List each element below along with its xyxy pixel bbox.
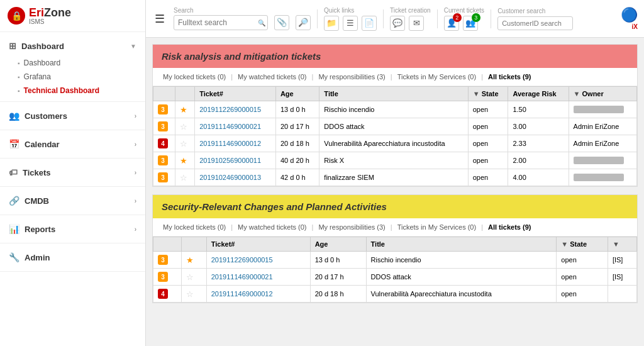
- sec-col-ticket-num: Ticket#: [206, 237, 310, 252]
- cell-age: 20 d 18 h: [275, 135, 319, 152]
- badge-2: 3: [472, 13, 480, 22]
- sec-col-state[interactable]: ▼ State: [557, 237, 608, 252]
- owner-blurred: [574, 157, 624, 164]
- sec-col-extra[interactable]: ▼: [608, 237, 636, 252]
- risk-table: Ticket# Age Title ▼ State Average Risk ▼…: [153, 86, 637, 186]
- hamburger-menu[interactable]: ☰: [152, 9, 167, 28]
- star-icon[interactable]: ☆: [180, 173, 187, 182]
- sidebar-item-technical-dashboard[interactable]: Technical Dashboard: [18, 84, 145, 98]
- sec-cell-star[interactable]: ☆: [182, 269, 206, 286]
- current-tickets-btn-1[interactable]: 👤 2: [444, 16, 459, 31]
- ticket-link[interactable]: 2019102469000013: [199, 174, 261, 181]
- reports-chevron-icon: ›: [135, 226, 136, 233]
- risk-section: Risk analysis and mitigation tickets My …: [152, 44, 638, 187]
- current-tickets-btn-2[interactable]: 👥 3: [463, 16, 478, 31]
- sec-cell-extra: [IS]: [608, 269, 636, 286]
- cell-ticket: 2019102469000013: [195, 169, 276, 186]
- sec-cell-priority: 3: [153, 252, 182, 269]
- quick-links-section: Quick links 📁 ☰ 📄: [324, 7, 377, 31]
- tickets-chevron-icon: ›: [135, 169, 136, 176]
- otiix-logo: 🔵 iX: [621, 7, 638, 30]
- sidebar-item-dashboard[interactable]: Dashboard: [18, 56, 145, 70]
- admin-icon: 🔧: [9, 252, 19, 262]
- star-icon[interactable]: ☆: [180, 139, 187, 148]
- risk-tab-1[interactable]: My watched tickets (0): [234, 72, 310, 82]
- col-age: Age: [275, 87, 319, 101]
- cell-star[interactable]: ★: [175, 152, 195, 169]
- risk-tabs-row: My locked tickets (0) | My watched ticke…: [153, 68, 637, 86]
- zoom-icon-btn[interactable]: 🔎: [296, 15, 311, 30]
- sec-cell-star[interactable]: ☆: [182, 286, 206, 303]
- star-icon[interactable]: ☆: [180, 122, 187, 131]
- folder-icon-btn[interactable]: 📁: [324, 16, 339, 31]
- envelope-icon-btn[interactable]: ✉: [409, 16, 424, 31]
- ticket-link[interactable]: 2019112269000015: [211, 256, 273, 264]
- cell-avg-risk: 2.33: [508, 135, 569, 152]
- risk-tab-4[interactable]: All tickets (9): [484, 72, 535, 82]
- attachment-icon-btn[interactable]: 📎: [274, 15, 289, 30]
- star-icon[interactable]: ★: [186, 255, 194, 265]
- sidebar-admin-group[interactable]: 🔧 Admin: [0, 247, 145, 267]
- cell-owner: Admin EriZone: [569, 135, 636, 152]
- ticket-link[interactable]: 2019112269000015: [199, 106, 261, 113]
- sidebar-tickets-group[interactable]: 🏷 Tickets ›: [0, 162, 145, 182]
- sidebar-calendar-group[interactable]: 📅 Calendar ›: [0, 134, 145, 154]
- search-input[interactable]: [174, 15, 268, 30]
- document-icon-btn[interactable]: 📄: [362, 16, 377, 31]
- ticket-link[interactable]: 2019111469000021: [211, 273, 273, 281]
- logo-name: EriZone: [29, 6, 71, 19]
- risk-tab-0[interactable]: My locked tickets (0): [159, 72, 230, 82]
- col-state[interactable]: ▼ State: [468, 87, 508, 101]
- security-table-row: 3 ★ 2019112269000015 13 d 0 h Rischio in…: [153, 252, 637, 269]
- ticket-link[interactable]: 2019111469000012: [211, 290, 273, 298]
- priority-badge: 3: [158, 255, 168, 265]
- main-area: ☰ Search 🔍 📎 🔎 Quick links 📁 ☰ 📄 Ticket …: [146, 0, 644, 346]
- star-icon[interactable]: ★: [180, 156, 187, 165]
- cell-avg-risk: 4.00: [508, 169, 569, 186]
- risk-table-row: 4 ☆ 2019111469000012 20 d 18 h Vulnerabi…: [153, 135, 637, 152]
- sec-tab-4[interactable]: All tickets (9): [484, 222, 535, 232]
- sidebar-section-dashboard: ⊞ Dashboard ▼ Dashboard Grafana Technica…: [0, 32, 145, 102]
- star-icon[interactable]: ☆: [186, 272, 194, 282]
- star-icon[interactable]: ☆: [186, 289, 194, 299]
- sidebar-customers-group[interactable]: 👥 Customers ›: [0, 106, 145, 126]
- tickets-icon: 🏷: [9, 167, 18, 177]
- cell-star[interactable]: ☆: [175, 135, 195, 152]
- cell-star[interactable]: ☆: [175, 169, 195, 186]
- sec-tab-1[interactable]: My watched tickets (0): [234, 222, 310, 232]
- star-icon[interactable]: ★: [180, 105, 187, 114]
- current-tickets-section: Current tickets 👤 2 👥 3: [444, 7, 484, 31]
- cell-star[interactable]: ★: [175, 101, 195, 118]
- sidebar-cmdb-group[interactable]: 🔗 CMDB ›: [0, 191, 145, 211]
- dashboard-subitems: Dashboard Grafana Technical Dashboard: [0, 56, 145, 98]
- ticket-link[interactable]: 2019111469000021: [199, 123, 261, 130]
- sec-cell-age: 13 d 0 h: [310, 252, 366, 269]
- cell-star[interactable]: ☆: [175, 118, 195, 135]
- speech-bubble-icon-btn[interactable]: 💬: [390, 16, 405, 31]
- sidebar-item-grafana[interactable]: Grafana: [18, 70, 145, 84]
- risk-tab-3[interactable]: Tickets in My Services (0): [394, 72, 480, 82]
- list-icon-btn[interactable]: ☰: [343, 16, 358, 31]
- sec-state-filter-icon[interactable]: ▼: [561, 240, 568, 248]
- reports-icon: 📊: [9, 224, 19, 234]
- risk-tab-2[interactable]: My responsibilities (3): [314, 72, 389, 82]
- sec-tab-3[interactable]: Tickets in My Services (0): [394, 222, 480, 232]
- sidebar-reports-group[interactable]: 📊 Reports ›: [0, 219, 145, 239]
- sec-extra-filter-icon[interactable]: ▼: [613, 240, 619, 248]
- customer-search-input[interactable]: [497, 16, 573, 30]
- sec-tab-2[interactable]: My responsibilities (3): [314, 222, 389, 232]
- sec-cell-star[interactable]: ★: [182, 252, 206, 269]
- search-icon[interactable]: 🔍: [258, 20, 265, 26]
- owner-filter-icon[interactable]: ▼: [574, 90, 580, 98]
- security-table: Ticket# Age Title ▼ State ▼: [153, 237, 637, 303]
- ticket-link[interactable]: 2019111469000012: [199, 140, 261, 147]
- ticket-link[interactable]: 2019102569000011: [199, 157, 261, 164]
- state-filter-icon[interactable]: ▼: [473, 90, 480, 98]
- risk-table-row: 3 ☆ 2019111469000021 20 d 17 h DDOS atta…: [153, 118, 637, 135]
- cmdb-icon: 🔗: [9, 196, 19, 206]
- cell-avg-risk: 1.50: [508, 101, 569, 118]
- sec-tab-0[interactable]: My locked tickets (0): [159, 222, 230, 232]
- col-owner[interactable]: ▼ Owner: [569, 87, 636, 101]
- sidebar-dashboard-group[interactable]: ⊞ Dashboard ▼: [0, 36, 145, 56]
- cell-title: Vulnerabilità Aparecchiatura incustodita: [319, 135, 468, 152]
